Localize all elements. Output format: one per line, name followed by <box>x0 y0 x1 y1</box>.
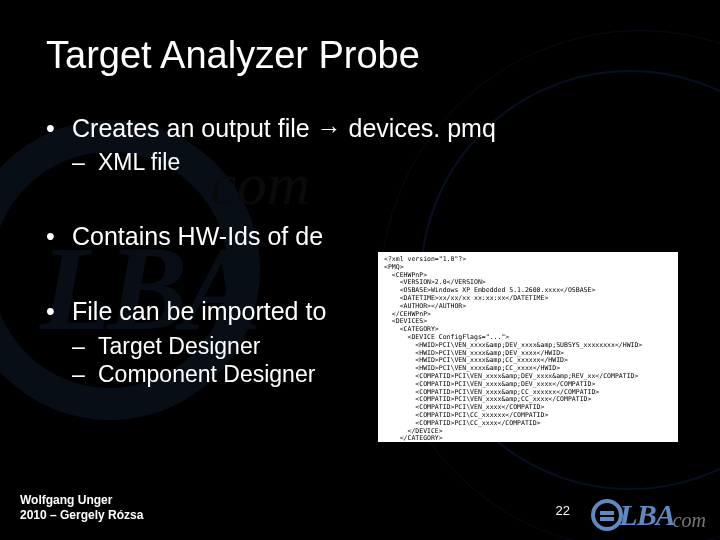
footer-line1: Wolfgang Unger <box>20 493 143 509</box>
footer-logo: LBA com <box>591 498 706 532</box>
logo-text-lba: LBA <box>619 498 674 532</box>
sub-list: XML file <box>72 148 674 177</box>
bullet-text: Creates an output file → devices. pmq <box>72 114 496 142</box>
page-number: 22 <box>556 503 570 518</box>
footer-line2: 2010 – Gergely Rózsa <box>20 508 143 524</box>
bullet-text: File can be imported to <box>72 297 326 325</box>
xml-snippet-image: <?xml version="1.0"?> <PMQ> <CEHWPnP> <V… <box>378 252 678 442</box>
sub-item: XML file <box>72 148 674 177</box>
bullet-item: Contains HW-Ids of de <box>46 221 674 252</box>
bullet-text: Contains HW-Ids of de <box>72 222 323 250</box>
footer-credits: Wolfgang Unger 2010 – Gergely Rózsa <box>20 493 143 524</box>
xml-snippet-text: <?xml version="1.0"?> <PMQ> <CEHWPnP> <V… <box>384 256 672 442</box>
bullet-item: Creates an output file → devices. pmq XM… <box>46 113 674 177</box>
logo-text-com: com <box>673 509 706 532</box>
slide-title: Target Analyzer Probe <box>46 34 674 77</box>
